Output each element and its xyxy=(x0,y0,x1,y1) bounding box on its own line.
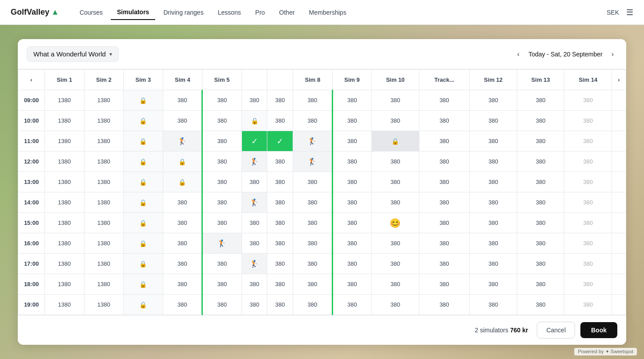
cell-r7-c2[interactable]: 🔒 xyxy=(124,233,163,254)
cell-r6-c9[interactable]: 😊 xyxy=(372,213,419,233)
cell-r1-c3[interactable]: 380 xyxy=(163,111,202,131)
cell-r3-c3[interactable]: 🔒 xyxy=(163,152,202,172)
cell-r9-c10[interactable]: 380 xyxy=(419,274,470,295)
cell-r5-c11[interactable]: 380 xyxy=(470,192,517,213)
cell-r6-c0[interactable]: 1380 xyxy=(45,213,85,233)
cell-r5-c5[interactable]: 🏌 xyxy=(242,192,267,213)
cell-r7-c8[interactable]: 380 xyxy=(332,233,372,254)
cell-r0-c6[interactable]: 380 xyxy=(267,90,293,111)
cell-r4-c13[interactable]: 380 xyxy=(564,172,612,192)
nav-memberships[interactable]: Memberships xyxy=(303,5,353,20)
cell-r10-c2[interactable]: 🔒 xyxy=(124,295,163,315)
cell-r8-c8[interactable]: 380 xyxy=(332,254,372,274)
nav-pro[interactable]: Pro xyxy=(249,5,271,20)
cell-r1-c13[interactable]: 380 xyxy=(564,111,612,131)
cell-r2-c4[interactable]: 380 xyxy=(202,131,242,152)
cell-r9-c6[interactable]: 380 xyxy=(267,274,293,295)
cell-r9-c7[interactable]: 380 xyxy=(293,274,333,295)
cell-r3-c9[interactable]: 380 xyxy=(372,152,419,172)
cell-r9-c5[interactable]: 380 xyxy=(242,274,267,295)
cell-r9-c9[interactable]: 380 xyxy=(372,274,419,295)
cell-r5-c0[interactable]: 1380 xyxy=(45,192,85,213)
cell-r9-c4[interactable]: 380 xyxy=(202,274,242,295)
cell-r9-c12[interactable]: 380 xyxy=(517,274,564,295)
cell-r7-c13[interactable]: 380 xyxy=(564,233,612,254)
cell-r5-c12[interactable]: 380 xyxy=(517,192,564,213)
cell-r7-c11[interactable]: 380 xyxy=(470,233,517,254)
cell-r5-c2[interactable]: 🔒 xyxy=(124,192,163,213)
cell-r3-c0[interactable]: 1380 xyxy=(45,152,85,172)
cell-r0-c12[interactable]: 380 xyxy=(517,90,564,111)
cell-r3-c7[interactable]: 🏌 xyxy=(293,152,333,172)
nav-courses[interactable]: Courses xyxy=(73,5,109,20)
cell-r2-c1[interactable]: 1380 xyxy=(84,131,124,152)
next-date-button[interactable]: › xyxy=(608,48,617,60)
cell-r0-c3[interactable]: 380 xyxy=(163,90,202,111)
cell-r0-c4[interactable]: 380 xyxy=(202,90,242,111)
cell-r0-c5[interactable]: 380 xyxy=(242,90,267,111)
cell-r10-c5[interactable]: 380 xyxy=(242,295,267,315)
cell-r4-c5[interactable]: 380 xyxy=(242,172,267,192)
cell-r1-c6[interactable]: 380 xyxy=(267,111,293,131)
cell-r5-c3[interactable]: 380 xyxy=(163,192,202,213)
cell-r3-c6[interactable]: 380 xyxy=(267,152,293,172)
cell-r8-c11[interactable]: 380 xyxy=(470,254,517,274)
cell-r4-c8[interactable]: 380 xyxy=(332,172,372,192)
cell-r10-c3[interactable]: 380 xyxy=(163,295,202,315)
scroll-left-button[interactable]: ‹ xyxy=(18,70,45,90)
cell-r1-c1[interactable]: 1380 xyxy=(84,111,124,131)
cell-r2-c9[interactable]: 🔒 xyxy=(372,131,419,152)
cell-r8-c13[interactable]: 380 xyxy=(564,254,612,274)
cell-r8-c9[interactable]: 380 xyxy=(372,254,419,274)
book-button[interactable]: Book xyxy=(580,322,617,338)
cell-r1-c9[interactable]: 380 xyxy=(372,111,419,131)
cell-r6-c11[interactable]: 380 xyxy=(470,213,517,233)
cell-r8-c5[interactable]: 🏌 xyxy=(242,254,267,274)
cell-r4-c1[interactable]: 1380 xyxy=(84,172,124,192)
cell-r8-c6[interactable]: 380 xyxy=(267,254,293,274)
scroll-right-button[interactable]: › xyxy=(612,70,626,90)
cell-r6-c6[interactable]: 380 xyxy=(267,213,293,233)
cell-r5-c13[interactable]: 380 xyxy=(564,192,612,213)
sim6-deselect-button[interactable]: ✕ xyxy=(255,77,259,83)
cell-r6-c12[interactable]: 380 xyxy=(517,213,564,233)
cell-r7-c5[interactable]: 380 xyxy=(242,233,267,254)
cell-r2-c8[interactable]: 380 xyxy=(332,131,372,152)
cell-r8-c0[interactable]: 1380 xyxy=(45,254,85,274)
cell-r2-c6[interactable]: ✓ xyxy=(267,131,293,152)
cell-r5-c4[interactable]: 380 xyxy=(202,192,242,213)
cell-r9-c13[interactable]: 380 xyxy=(564,274,612,295)
cell-r4-c12[interactable]: 380 xyxy=(517,172,564,192)
cell-r0-c7[interactable]: 380 xyxy=(293,90,333,111)
sim7-deselect-button[interactable]: ✕ xyxy=(281,77,285,83)
cancel-button[interactable]: Cancel xyxy=(537,322,575,339)
cell-r7-c3[interactable]: 380 xyxy=(163,233,202,254)
cell-r3-c8[interactable]: 380 xyxy=(332,152,372,172)
cell-r2-c7[interactable]: 🏌 xyxy=(293,131,333,152)
cell-r2-c13[interactable]: 380 xyxy=(564,131,612,152)
cell-r7-c10[interactable]: 380 xyxy=(419,233,470,254)
cell-r5-c8[interactable]: 380 xyxy=(332,192,372,213)
cell-r1-c10[interactable]: 380 xyxy=(419,111,470,131)
cell-r0-c1[interactable]: 1380 xyxy=(84,90,124,111)
cell-r3-c5[interactable]: 🏌 xyxy=(242,152,267,172)
cell-r10-c6[interactable]: 380 xyxy=(267,295,293,315)
logo[interactable]: GolfValley ▲ xyxy=(11,8,59,17)
cell-r10-c11[interactable]: 380 xyxy=(470,295,517,315)
cell-r10-c7[interactable]: 380 xyxy=(293,295,333,315)
nav-simulators[interactable]: Simulators xyxy=(111,5,155,20)
cell-r2-c11[interactable]: 380 xyxy=(470,131,517,152)
cell-r7-c4[interactable]: 🏌 xyxy=(202,233,242,254)
cell-r4-c2[interactable]: 🔒 xyxy=(124,172,163,192)
cell-r1-c0[interactable]: 1380 xyxy=(45,111,85,131)
cell-r10-c12[interactable]: 380 xyxy=(517,295,564,315)
cell-r0-c8[interactable]: 380 xyxy=(332,90,372,111)
cell-r8-c7[interactable]: 380 xyxy=(293,254,333,274)
cell-r1-c12[interactable]: 380 xyxy=(517,111,564,131)
cell-r10-c4[interactable]: 380 xyxy=(202,295,242,315)
cell-r4-c7[interactable]: 380 xyxy=(293,172,333,192)
cell-r7-c7[interactable]: 380 xyxy=(293,233,333,254)
prev-date-button[interactable]: ‹ xyxy=(514,48,523,60)
cell-r0-c10[interactable]: 380 xyxy=(419,90,470,111)
cell-r4-c10[interactable]: 380 xyxy=(419,172,470,192)
